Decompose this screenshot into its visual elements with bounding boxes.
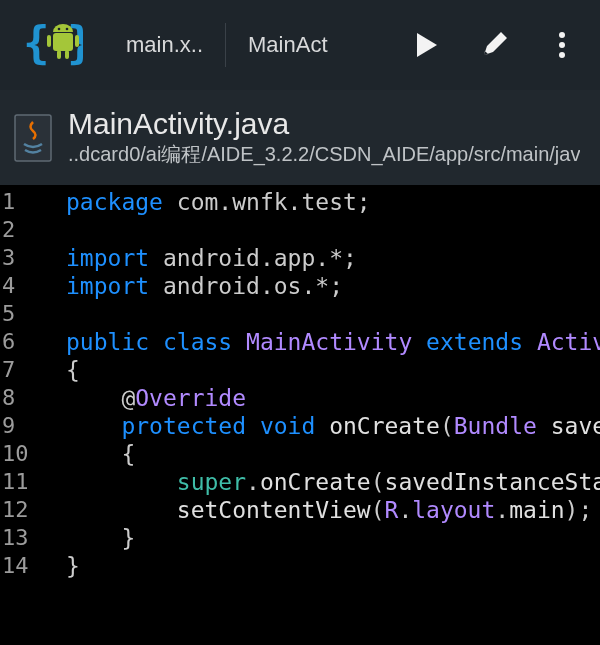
- app-logo-icon[interactable]: { }: [18, 15, 88, 75]
- svg-point-7: [58, 28, 61, 31]
- code-content[interactable]: import android.app.*;: [40, 244, 357, 272]
- code-content[interactable]: }: [40, 524, 135, 552]
- file-header: MainActivity.java ..dcard0/ai编程/AIDE_3.2…: [0, 90, 600, 185]
- code-content[interactable]: import android.os.*;: [40, 272, 343, 300]
- line-number: 4: [0, 272, 40, 300]
- svg-point-10: [559, 42, 565, 48]
- line-number: 5: [0, 300, 40, 328]
- line-number: 9: [0, 412, 40, 440]
- tab-main-xml[interactable]: main.x..: [104, 25, 225, 65]
- menu-overflow-icon[interactable]: [542, 25, 582, 65]
- line-number: 3: [0, 244, 40, 272]
- line-number: 8: [0, 384, 40, 412]
- svg-point-8: [66, 28, 69, 31]
- code-content[interactable]: {: [40, 356, 80, 384]
- code-line[interactable]: 9 protected void onCreate(Bundle savedIn: [0, 412, 600, 440]
- svg-rect-4: [75, 35, 79, 47]
- run-icon[interactable]: [406, 25, 446, 65]
- line-number: 12: [0, 496, 40, 524]
- file-path: ..dcard0/ai编程/AIDE_3.2.2/CSDN_AIDE/app/s…: [68, 141, 580, 168]
- code-content[interactable]: [40, 216, 66, 244]
- tab-main-activity[interactable]: MainAct: [226, 25, 349, 65]
- code-content[interactable]: package com.wnfk.test;: [40, 188, 371, 216]
- code-line[interactable]: 4import android.os.*;: [0, 272, 600, 300]
- svg-rect-6: [65, 50, 69, 59]
- svg-text:{: {: [23, 18, 50, 68]
- code-content[interactable]: setContentView(R.layout.main);: [40, 496, 592, 524]
- java-file-icon: [12, 113, 54, 163]
- code-line[interactable]: 1package com.wnfk.test;: [0, 188, 600, 216]
- svg-point-11: [559, 52, 565, 58]
- line-number: 11: [0, 468, 40, 496]
- line-number: 7: [0, 356, 40, 384]
- line-number: 1: [0, 188, 40, 216]
- code-line[interactable]: 3import android.app.*;: [0, 244, 600, 272]
- code-content[interactable]: {: [40, 440, 135, 468]
- line-number: 6: [0, 328, 40, 356]
- code-line[interactable]: 6public class MainActivity extends Activ…: [0, 328, 600, 356]
- code-line[interactable]: 12 setContentView(R.layout.main);: [0, 496, 600, 524]
- line-number: 14: [0, 552, 40, 580]
- svg-point-9: [559, 32, 565, 38]
- file-info: MainActivity.java ..dcard0/ai编程/AIDE_3.2…: [68, 107, 580, 168]
- code-content[interactable]: }: [40, 552, 80, 580]
- line-number: 10: [0, 440, 40, 468]
- code-content[interactable]: super.onCreate(savedInstanceState): [40, 468, 600, 496]
- edit-icon[interactable]: [474, 25, 514, 65]
- code-content[interactable]: protected void onCreate(Bundle savedIn: [40, 412, 600, 440]
- code-content[interactable]: [40, 300, 66, 328]
- top-toolbar: { } main.x.. MainAct: [0, 0, 600, 90]
- svg-rect-3: [47, 35, 51, 47]
- code-line[interactable]: 10 {: [0, 440, 600, 468]
- action-group: [406, 25, 592, 65]
- line-number: 13: [0, 524, 40, 552]
- code-line[interactable]: 7{: [0, 356, 600, 384]
- line-number: 2: [0, 216, 40, 244]
- svg-rect-5: [57, 50, 61, 59]
- code-content[interactable]: public class MainActivity extends Activi…: [40, 328, 600, 356]
- file-name: MainActivity.java: [68, 107, 580, 141]
- code-line[interactable]: 13 }: [0, 524, 600, 552]
- code-line[interactable]: 5: [0, 300, 600, 328]
- code-line[interactable]: 8 @Override: [0, 384, 600, 412]
- code-line[interactable]: 2: [0, 216, 600, 244]
- code-line[interactable]: 11 super.onCreate(savedInstanceState): [0, 468, 600, 496]
- code-content[interactable]: @Override: [40, 384, 246, 412]
- tab-strip: main.x.. MainAct: [104, 23, 406, 67]
- code-line[interactable]: 14}: [0, 552, 600, 580]
- svg-rect-2: [53, 33, 73, 51]
- code-editor[interactable]: 1package com.wnfk.test;23import android.…: [0, 185, 600, 580]
